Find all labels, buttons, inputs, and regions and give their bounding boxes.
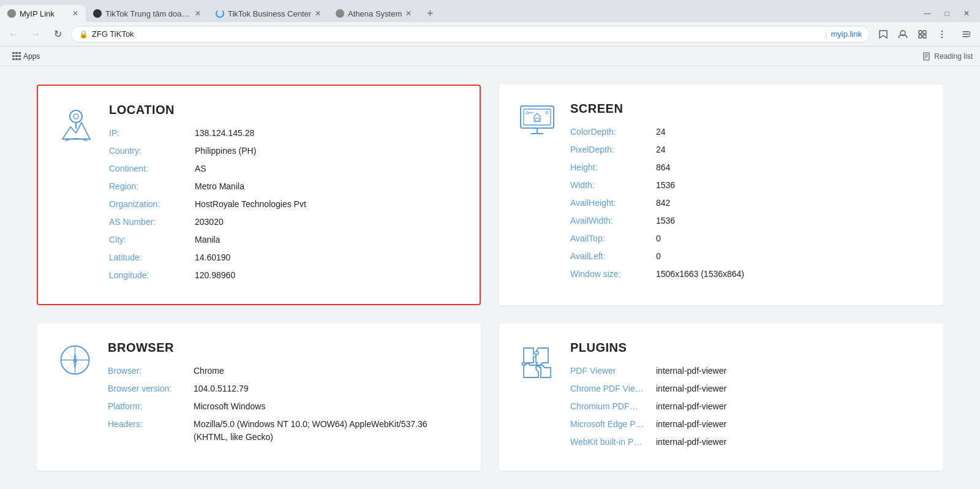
location-title: LOCATION (109, 103, 460, 117)
card-label: Browser: (108, 365, 194, 377)
tab-athena[interactable]: Athena System ✕ (328, 5, 419, 22)
card-value: 1536 (656, 214, 675, 227)
bookmark-bar: Apps Reading list (0, 47, 980, 66)
location-card: LOCATION IP:138.124.145.28Country:Philip… (37, 85, 481, 305)
svg-rect-6 (919, 35, 922, 38)
card-label: Browser version: (108, 382, 194, 395)
card-value: Manila (195, 233, 220, 246)
card-label: PDF Viewer (570, 365, 656, 377)
svg-point-21 (74, 114, 78, 119)
card-label: Headers: (108, 418, 194, 444)
card-label: Region: (109, 180, 195, 193)
card-row: PDF Viewerinternal-pdf-viewer (570, 365, 924, 377)
card-row: AvailHeight:842 (570, 197, 924, 210)
card-row: Country:Philippines (PH) (109, 145, 460, 157)
card-value: HostRoyale Technologies Pvt (195, 198, 306, 211)
nav-bar: ← → ↻ 🔒 ZFG TiKTok | myip.link (0, 22, 980, 47)
tab-myip-link[interactable]: MyIP Link ✕ (0, 5, 86, 22)
card-row: Latitude:14.60190 (109, 251, 460, 264)
card-label: AvailHeight: (570, 197, 656, 210)
card-label: Country: (109, 145, 195, 157)
apps-grid-icon (12, 52, 21, 61)
apps-bookmark[interactable]: Apps (7, 49, 45, 64)
card-row: PixelDepth:24 (570, 143, 924, 156)
card-value: internal-pdf-viewer (656, 436, 726, 449)
card-value: 120.98960 (195, 269, 235, 282)
screen-title: SCREEN (570, 102, 924, 116)
reload-button[interactable]: ↻ (49, 26, 66, 43)
card-row: Continent:AS (109, 162, 460, 175)
card-row: WebKit built-in P…internal-pdf-viewer (570, 436, 924, 449)
close-button[interactable]: ✕ (958, 5, 975, 22)
tab-close-tiktok-vn[interactable]: ✕ (195, 9, 201, 18)
card-value: Metro Manila (195, 180, 244, 193)
svg-point-27 (546, 112, 548, 114)
tab-close-athena[interactable]: ✕ (405, 9, 412, 18)
address-prefix: ZFG TiKTok (92, 29, 821, 39)
card-label: Chromium PDF… (570, 400, 656, 413)
tab-tiktok-biz[interactable]: TikTok Business Center ✕ (208, 5, 328, 22)
card-value: 104.0.5112.79 (194, 382, 249, 395)
minimize-button[interactable]: — (919, 5, 936, 22)
card-row: Chrome PDF Vie…internal-pdf-viewer (570, 382, 924, 395)
card-row: Chromium PDF…internal-pdf-viewer (570, 400, 924, 413)
card-row: Region:Metro Manila (109, 180, 460, 193)
card-label: AvailTop: (570, 232, 656, 245)
card-value: 24 (656, 126, 666, 138)
card-label: WebKit built-in P… (570, 436, 656, 449)
card-label: Window size: (570, 268, 656, 281)
screen-icon (519, 102, 556, 288)
card-label: AS Number: (109, 216, 195, 229)
card-value: Chrome (194, 365, 224, 377)
card-value: 864 (656, 161, 670, 174)
card-row: Height:864 (570, 161, 924, 174)
reading-list-bar[interactable]: Reading list (923, 52, 973, 61)
svg-rect-25 (535, 118, 539, 121)
tab-close-myip[interactable]: ✕ (72, 9, 78, 18)
plugins-card: PLUGINS PDF Viewerinternal-pdf-viewerChr… (499, 324, 943, 471)
card-value: 138.124.145.28 (195, 127, 254, 140)
cards-grid: LOCATION IP:138.124.145.28Country:Philip… (37, 85, 943, 471)
menu-button[interactable] (933, 26, 951, 43)
bookmark-page-button[interactable] (875, 26, 892, 43)
card-label: AvailWidth: (570, 214, 656, 227)
card-row: Window size:1506x1663 (1536x864) (570, 268, 924, 281)
card-value: internal-pdf-viewer (656, 400, 726, 413)
svg-point-38 (74, 358, 77, 362)
address-divider: | (825, 29, 827, 39)
browser-rows: Browser:ChromeBrowser version:104.0.5112… (108, 365, 461, 444)
plugins-card-body: PLUGINS PDF Viewerinternal-pdf-viewerChr… (570, 341, 924, 453)
back-button[interactable]: ← (5, 26, 22, 43)
card-value: 24 (656, 143, 666, 156)
card-row: Browser version:104.0.5112.79 (108, 382, 461, 395)
card-label: Height: (570, 161, 656, 174)
nav-actions (875, 26, 951, 43)
tab-close-tiktok-biz[interactable]: ✕ (315, 9, 321, 18)
card-label: Width: (570, 179, 656, 192)
forward-button[interactable]: → (27, 26, 44, 43)
card-label: Longitude: (109, 269, 195, 282)
card-label: Microsoft Edge P… (570, 418, 656, 431)
tab-bar: MyIP Link ✕ TikTok Trung tâm doanh nghiệ… (0, 0, 980, 22)
reading-list-button[interactable] (958, 26, 975, 43)
tab-favicon-tiktok-vn (93, 9, 102, 18)
tab-title-tiktok-vn: TikTok Trung tâm doanh nghiệp (105, 9, 191, 18)
address-domain: myip.link (831, 29, 862, 39)
card-value: 0 (656, 250, 661, 263)
card-row: Microsoft Edge P…internal-pdf-viewer (570, 418, 924, 431)
extensions-button[interactable] (914, 26, 931, 43)
card-value: Mozilla/5.0 (Windows NT 10.0; WOW64) App… (194, 418, 461, 444)
profile-button[interactable] (894, 26, 911, 43)
reading-list-label: Reading list (934, 52, 973, 61)
new-tab-button[interactable]: + (421, 5, 439, 22)
location-card-body: LOCATION IP:138.124.145.28Country:Philip… (109, 103, 460, 287)
card-row: Browser:Chrome (108, 365, 461, 377)
card-row: IP:138.124.145.28 (109, 127, 460, 140)
maximize-button[interactable]: □ (938, 5, 956, 22)
tab-favicon-tiktok-biz (216, 9, 224, 18)
address-bar[interactable]: 🔒 ZFG TiKTok | myip.link (71, 26, 870, 43)
card-label: Organization: (109, 198, 195, 211)
card-value: 14.60190 (195, 251, 230, 264)
svg-point-20 (70, 110, 82, 123)
tab-tiktok-vn[interactable]: TikTok Trung tâm doanh nghiệp ✕ (86, 5, 208, 22)
